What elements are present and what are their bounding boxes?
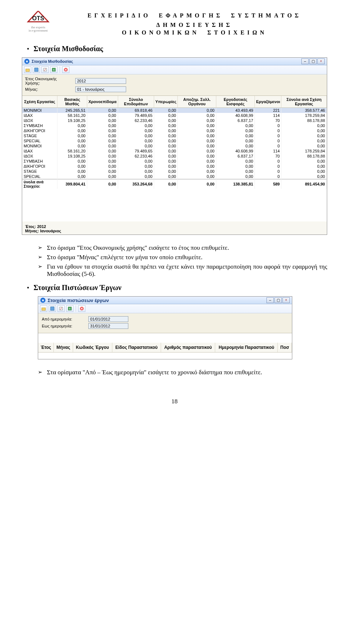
close-button[interactable]: × [282, 297, 290, 303]
doc-title-line-1: ΕΓΧΕΙΡΙΔΙΟ ΕΦΑΡΜΟΓΗΣ ΣΥΣΤΗΜΑΤΟΣ ΔΗΜΟΣΙΕΥ… [62, 11, 327, 29]
table-row[interactable]: ΔΙΚΗΓΟΡΟΙ0,000,000,000,000,000,0000,00 [22, 164, 327, 169]
column-header: Ημερομηνία Παραστατικού [215, 343, 278, 352]
bullet-icon: • [27, 46, 29, 52]
logo-subtitle-1: the experts [22, 25, 55, 29]
from-date-label: Από ημερομηνία: [42, 317, 85, 321]
to-date-input[interactable]: 31/01/2012 [88, 323, 128, 329]
column-header: Κωδικός Έργου [73, 343, 112, 352]
table-row[interactable]: ΜΟΝΙΜΟΙ0,000,000,000,000,000,0000,00 [22, 143, 327, 148]
arrow-icon: ➢ [38, 254, 43, 260]
svg-text:X: X [69, 307, 71, 310]
delete-icon[interactable] [78, 305, 85, 312]
save-icon[interactable] [49, 305, 56, 312]
footer-month: Μήνας: Ιανουάριος [25, 229, 324, 233]
maximize-button[interactable]: ▢ [274, 297, 282, 303]
year-label: Έτος Οικονομικής Χρήσης: [25, 77, 72, 85]
table-row[interactable]: SPECIAL0,000,000,000,000,000,0000,00 [22, 174, 327, 179]
list-item: ➢Για να έρθουν τα στοιχεία σωστά θα πρέπ… [38, 263, 327, 278]
minimize-button[interactable]: – [301, 58, 309, 64]
table-row[interactable]: ΔΙΚΗΓΟΡΟΙ0,000,000,000,000,000,0000,00 [22, 128, 327, 133]
doc-title-line-2: ΟΙΚΟΝΟΜΙΚΩΝ ΣΤΟΙΧΕΙΩΝ [62, 29, 327, 36]
column-header: Μήνας [54, 343, 73, 352]
column-header: Σχέση Εργασίας [22, 96, 57, 108]
column-header: Εργοδοτικές Εισφορές [216, 96, 254, 108]
toolbar: X [22, 65, 327, 74]
table-row[interactable]: SPECIAL0,000,000,000,000,000,0000,00 [22, 138, 327, 143]
close-button[interactable]: × [317, 58, 325, 64]
app-icon: ✶ [40, 298, 45, 303]
column-header: Ποσ [278, 343, 292, 352]
svg-rect-9 [51, 307, 54, 310]
month-input[interactable]: 01 - Ιανουάριος [75, 86, 126, 92]
section-heading-payroll: Στοιχεία Μισθοδοσίας [33, 45, 103, 53]
table-row[interactable]: ΙΔΟΧ19.108,250,0062.233,460,000,006.837,… [22, 154, 327, 159]
svg-rect-8 [42, 308, 45, 310]
payroll-table: Σχέση ΕργασίαςΒασικός ΜισθόςΧρονοεπίδομα… [22, 96, 327, 189]
excel-icon[interactable]: X [66, 305, 73, 312]
delete-icon[interactable] [62, 66, 69, 73]
toolbar: X [38, 304, 292, 313]
column-header: Χρονοεπίδομα [87, 96, 118, 108]
column-header: Εργαζόμενοι [255, 96, 281, 108]
list-item: ➢Στο όρισμα "Έτος Οικονομικής χρήσης" ει… [38, 244, 327, 252]
column-header: Σύνολα ανά Σχέση Εργασίας [281, 96, 327, 108]
table-row[interactable]: ΣΥΜΒΑΣΗ0,000,000,000,000,000,0000,00 [22, 159, 327, 164]
section-heading-projects: Στοιχεία Πιστώσεων Έργων [33, 284, 121, 292]
table-row[interactable]: STAGE0,000,000,000,000,000,0000,00 [22, 169, 327, 174]
export-icon[interactable] [41, 66, 49, 73]
arrow-icon: ➢ [38, 244, 43, 251]
svg-text:OTS: OTS [32, 15, 44, 21]
to-date-label: Εως ημερομηνία: [42, 324, 85, 328]
column-header: Βασικός Μισθός [57, 96, 87, 108]
column-header: Έτος [38, 343, 54, 352]
page-number: 18 [22, 398, 327, 405]
svg-rect-2 [26, 69, 29, 72]
list-item: ➢Στα ορίσματα "Από – Έως ημερομηνία" εισ… [38, 369, 327, 376]
table-row[interactable]: ΙΔΟΧ19.108,250,0062.233,460,000,006.837,… [22, 118, 327, 123]
window-title-2: Στοιχεία πιστώσεων έργων [48, 298, 266, 303]
list-item: ➢Στο όρισμα "Μήνας" επιλέγετε τον μήνα τ… [38, 254, 327, 261]
minimize-button[interactable]: – [266, 297, 274, 303]
window-title: Στοιχεία Μισθοδοσίας [32, 59, 301, 64]
project-credits-table: ΈτοςΜήναςΚωδικός ΈργουΕίδος Παραστατικού… [38, 343, 292, 352]
table-row[interactable]: ΙΔΑΧ58.161,200,0079.489,650,000,0040.608… [22, 148, 327, 154]
table-row[interactable]: ΣΥΜΒΑΣΗ0,000,000,000,000,000,0000,00 [22, 123, 327, 128]
column-header: Αριθμός παραστατικού [161, 343, 215, 352]
arrow-icon: ➢ [38, 369, 43, 375]
column-header: Υπερωρίες [154, 96, 178, 108]
bullet-icon: • [27, 285, 29, 291]
app-icon: ✶ [24, 59, 29, 64]
open-icon[interactable] [24, 66, 31, 73]
column-header: Είδος Παραστατικού [112, 343, 161, 352]
table-row[interactable]: ΜΟΝΙΜΟΙ245.265,510,0069.818,460,000,0043… [22, 108, 327, 113]
year-input[interactable]: 2012 [75, 78, 126, 84]
arrow-icon: ➢ [38, 263, 43, 270]
column-header: Αποζημ. Συλλ. Οργάνου [178, 96, 216, 108]
svg-text:X: X [53, 68, 55, 72]
totals-row: ύνολα ανά Στοιχείο:399.804,410,00353.264… [22, 179, 327, 189]
table-row[interactable]: STAGE0,000,000,000,000,000,0000,00 [22, 133, 327, 138]
export-icon[interactable] [57, 305, 65, 312]
logo: OTS the experts in e-government [22, 11, 55, 32]
svg-rect-3 [35, 68, 38, 72]
open-icon[interactable] [40, 305, 47, 312]
month-label: Μήνας: [25, 87, 72, 91]
footer-year: Έτος: 2012 [25, 224, 324, 229]
excel-icon[interactable]: X [50, 66, 57, 73]
project-credits-window: ✶ Στοιχεία πιστώσεων έργων – ▢ × X Από η… [38, 296, 292, 359]
table-row[interactable]: ΙΔΑΧ58.161,200,0079.489,650,000,0040.608… [22, 113, 327, 118]
save-icon[interactable] [33, 66, 40, 73]
column-header: Σύνολο Επιδομάτων [118, 96, 154, 108]
from-date-input[interactable]: 01/01/2012 [88, 316, 128, 322]
payroll-window: ✶ Στοιχεία Μισθοδοσίας – ▢ × X Έτος Οικο… [22, 57, 327, 235]
logo-subtitle-2: in e-government [22, 29, 55, 32]
maximize-button[interactable]: ▢ [309, 58, 317, 64]
document-title-block: ΕΓΧΕΙΡΙΔΙΟ ΕΦΑΡΜΟΓΗΣ ΣΥΣΤΗΜΑΤΟΣ ΔΗΜΟΣΙΕΥ… [62, 11, 327, 36]
